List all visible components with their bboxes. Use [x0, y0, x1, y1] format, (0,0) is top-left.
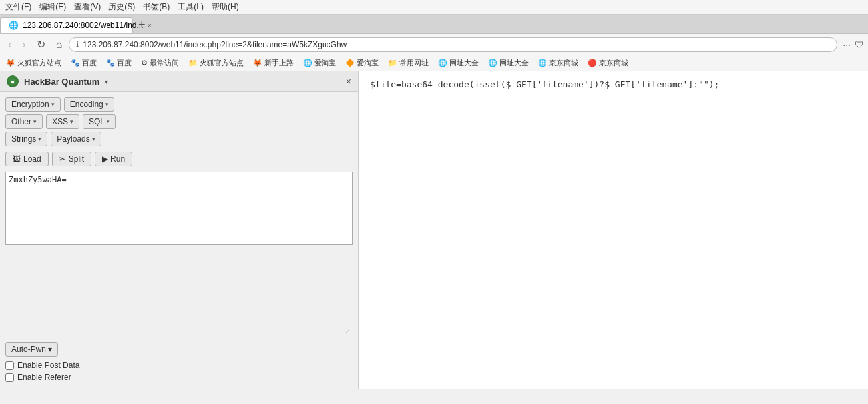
- hackbar-bottom: Auto-Pwn ▾ Enable Post Data Enable Refer…: [0, 338, 358, 389]
- menu-history[interactable]: 历史(S): [108, 1, 135, 13]
- menu-view[interactable]: 查看(V): [74, 1, 101, 13]
- bookmark-0[interactable]: 🦊 火狐官方站点: [3, 57, 65, 69]
- encoding-dropdown-icon: ▾: [105, 101, 108, 108]
- enable-referer-label: Enable Referer: [17, 373, 71, 382]
- bookmark-8[interactable]: 📁 常用网址: [385, 57, 432, 69]
- main-area: ● HackBar Quantum ▾ × Encryption ▾ Encod…: [0, 71, 868, 389]
- menu-bookmarks[interactable]: 书签(B): [143, 1, 170, 13]
- menu-help[interactable]: 帮助(H): [212, 1, 239, 13]
- bookmark-icon-1: 🐾: [71, 59, 80, 67]
- hackbar-textarea-container: ZmxhZy5waHA= ⊿: [5, 172, 353, 335]
- bookmark-label-6: 爱淘宝: [314, 58, 336, 68]
- address-bar[interactable]: ℹ 123.206.87.240:8002/web11/index.php?li…: [69, 37, 837, 52]
- bookmark-label-7: 爱淘宝: [357, 58, 379, 68]
- bookmark-label-10: 网址大全: [499, 58, 529, 68]
- enable-post-data-checkbox[interactable]: [5, 361, 14, 370]
- bookmark-icon-12: 🔴: [588, 59, 597, 67]
- bookmark-label-3: 最常访问: [150, 58, 179, 68]
- more-icon[interactable]: ···: [843, 39, 851, 50]
- new-tab-button[interactable]: +: [133, 18, 151, 32]
- back-button[interactable]: ‹: [4, 37, 15, 52]
- tab-active[interactable]: 🌐 123.206.87.240:8002/web11/ind... ×: [0, 17, 133, 33]
- menu-edit[interactable]: 编辑(E): [39, 1, 66, 13]
- bookmark-9[interactable]: 🌐 网址大全: [435, 57, 482, 69]
- menu-file[interactable]: 文件(F): [5, 1, 31, 13]
- content-panel: $file=base64_decode(isset($_GET['filenam…: [359, 71, 868, 389]
- load-icon: 🖼: [13, 154, 21, 164]
- bookmark-icon-11: 🌐: [538, 59, 547, 67]
- reload-button[interactable]: ↻: [33, 37, 49, 52]
- bookmark-label-11: 京东商城: [549, 58, 578, 68]
- payloads-dropdown-icon: ▾: [92, 136, 95, 142]
- xss-dropdown-icon: ▾: [70, 118, 73, 125]
- bookmark-11[interactable]: 🌐 京东商城: [535, 57, 582, 69]
- hackbar-textarea[interactable]: ZmxhZy5waHA=: [5, 172, 353, 245]
- strings-dropdown-icon: ▾: [38, 136, 41, 142]
- encryption-dropdown-icon: ▾: [51, 101, 55, 108]
- enable-referer-row: Enable Referer: [5, 373, 353, 382]
- bookmark-icon-6: 🌐: [303, 59, 312, 67]
- menu-bar: 文件(F) 编辑(E) 查看(V) 历史(S) 书签(B) 工具(L) 帮助(H…: [0, 0, 868, 15]
- hackbar-title-dropdown-icon[interactable]: ▾: [105, 78, 108, 85]
- bookmark-label-12: 京东商城: [599, 58, 628, 68]
- home-button[interactable]: ⌂: [52, 37, 67, 52]
- bookmark-4[interactable]: 📁 火狐官方站点: [185, 57, 247, 69]
- bookmark-icon-8: 📁: [388, 59, 397, 67]
- menu-tools[interactable]: 工具(L): [178, 1, 204, 13]
- hackbar-row2-buttons: Other ▾ XSS ▾ SQL ▾: [0, 114, 358, 132]
- other-dropdown-icon: ▾: [33, 118, 37, 125]
- url-display: 123.206.87.240:8002/web11/index.php?line…: [83, 40, 830, 49]
- bookmark-3[interactable]: ⚙ 最常访问: [138, 57, 182, 69]
- run-icon: ▶: [102, 154, 108, 164]
- forward-button[interactable]: ›: [18, 37, 29, 52]
- bookmark-12[interactable]: 🔴 京东商城: [584, 57, 632, 69]
- hackbar-actions: 🖼 Load ✂ Split ▶ Run: [0, 149, 358, 169]
- bookmark-2[interactable]: 🐾 百度: [103, 57, 135, 69]
- enable-referer-checkbox[interactable]: [5, 373, 14, 382]
- tab-favicon: 🌐: [9, 21, 19, 30]
- security-icon: ℹ: [76, 40, 79, 49]
- run-button[interactable]: ▶ Run: [95, 152, 132, 166]
- strings-button[interactable]: Strings ▾: [5, 132, 47, 146]
- bookmark-icon-0: 🦊: [6, 59, 15, 67]
- enable-post-data-row: Enable Post Data: [5, 361, 353, 370]
- load-button[interactable]: 🖼 Load: [5, 152, 49, 166]
- split-button[interactable]: ✂ Split: [52, 152, 91, 166]
- other-button[interactable]: Other ▾: [5, 114, 43, 129]
- tab-bar: 🌐 123.206.87.240:8002/web11/ind... × +: [0, 15, 868, 34]
- bookmark-label-4: 火狐官方站点: [200, 58, 244, 68]
- hackbar-title: HackBar Quantum: [24, 77, 99, 87]
- bookmark-icon-4: 📁: [188, 59, 198, 67]
- hackbar-close-button[interactable]: ×: [346, 76, 351, 87]
- encryption-button[interactable]: Encryption ▾: [5, 97, 61, 112]
- bookmark-icon-5: 🦊: [253, 59, 262, 67]
- bookmark-5[interactable]: 🦊 新手上路: [250, 57, 297, 69]
- bookmarks-bar: 🦊 火狐官方站点 🐾 百度 🐾 百度 ⚙ 最常访问 📁 火狐官方站点 🦊 新手上…: [0, 55, 868, 71]
- encoding-button[interactable]: Encoding ▾: [64, 97, 114, 112]
- bookmark-label-1: 百度: [82, 58, 97, 68]
- auto-pwn-dropdown-icon: ▾: [48, 345, 52, 354]
- hackbar-header: ● HackBar Quantum ▾ ×: [0, 71, 358, 92]
- hackbar-panel: ● HackBar Quantum ▾ × Encryption ▾ Encod…: [0, 71, 359, 389]
- nav-bar: ‹ › ↻ ⌂ ℹ 123.206.87.240:8002/web11/inde…: [0, 34, 868, 55]
- tab-label: 123.206.87.240:8002/web11/ind...: [23, 21, 144, 30]
- bookmark-icon-7: 🔶: [345, 59, 355, 67]
- bookmark-icon-10: 🌐: [488, 59, 497, 67]
- payloads-button[interactable]: Payloads ▾: [51, 132, 101, 146]
- bookmark-label-0: 火狐官方站点: [17, 58, 61, 68]
- sql-button[interactable]: SQL ▾: [83, 114, 116, 129]
- textarea-resize-handle[interactable]: ⊿: [345, 327, 351, 334]
- bookmark-label-2: 百度: [117, 58, 132, 68]
- bookmark-10[interactable]: 🌐 网址大全: [485, 57, 532, 69]
- bookmark-icon-9: 🌐: [438, 59, 447, 67]
- auto-pwn-button[interactable]: Auto-Pwn ▾: [5, 342, 58, 357]
- bookmark-label-9: 网址大全: [449, 58, 479, 68]
- shield-icon[interactable]: 🛡: [855, 39, 864, 50]
- bookmark-7[interactable]: 🔶 爱淘宝: [342, 57, 382, 69]
- code-display: $file=base64_decode(isset($_GET['filenam…: [370, 79, 719, 89]
- sql-dropdown-icon: ▾: [107, 118, 110, 125]
- bookmark-6[interactable]: 🌐 爱淘宝: [300, 57, 339, 69]
- bookmark-1[interactable]: 🐾 百度: [67, 57, 100, 69]
- xss-button[interactable]: XSS ▾: [46, 114, 79, 129]
- bookmark-icon-2: 🐾: [106, 59, 115, 67]
